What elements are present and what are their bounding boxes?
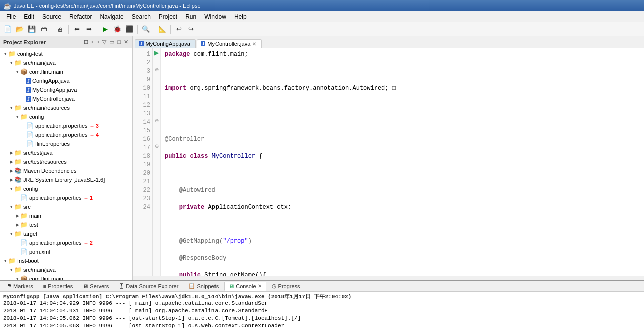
tab-MyController[interactable]: J MyController.java ✕: [197, 39, 262, 48]
tree-app-prop-config2[interactable]: 📄 application.properties ← 4: [0, 130, 132, 139]
tree-com-flint-main2[interactable]: ▾ 📦 com.flint.main: [0, 274, 132, 280]
label-markers: Markers: [13, 283, 33, 289]
menu-run[interactable]: Run: [181, 12, 200, 21]
menu-project[interactable]: Project: [155, 12, 181, 21]
icon-servers: 🖥: [83, 283, 88, 289]
tree-test[interactable]: ▶ 📁 test: [0, 220, 132, 229]
gutter-collapse-14[interactable]: ⊖: [153, 116, 160, 125]
icon-src-main-resources: 📁: [14, 104, 22, 111]
tree-app-prop-target[interactable]: 📄 application.properties ← 2: [0, 238, 132, 247]
menu-refactor[interactable]: Refactor: [65, 12, 96, 21]
gutter-breakpoint-1[interactable]: ▶: [153, 48, 160, 57]
tree-config-test[interactable]: ▾ 📁 config-test: [0, 49, 132, 58]
tab-progress[interactable]: ◷ Progress: [267, 281, 305, 291]
menu-edit[interactable]: Edit: [20, 12, 38, 21]
icon-markers: ⚑: [7, 283, 12, 289]
editor-tabs: J MyConfigApp.java J MyController.java ✕: [133, 36, 644, 48]
label-src-main-resources: src/main/resources: [23, 105, 70, 111]
arrow-target: ▾: [8, 231, 14, 236]
tab-close-MyController[interactable]: ✕: [252, 41, 256, 47]
toolbar-stop[interactable]: ⬛: [124, 24, 135, 35]
gutter-expand-3[interactable]: ⊕: [153, 65, 160, 74]
tab-markers[interactable]: ⚑ Markers: [2, 281, 38, 291]
editor-scrollbar[interactable]: [133, 276, 644, 280]
gutter-10: [153, 82, 160, 91]
tree-flint-prop[interactable]: 📄 flint.properties: [0, 139, 132, 148]
tree-app-prop-config[interactable]: 📄 application.properties ← 3: [0, 121, 132, 130]
tab-properties[interactable]: ≡ Properties: [39, 282, 78, 291]
gutter-21: [153, 176, 160, 184]
toolbar-prev[interactable]: ⬅: [71, 24, 82, 35]
code-area[interactable]: package com.flint.main; import org.sprin…: [161, 48, 644, 276]
explorer-minimize[interactable]: ▭: [108, 39, 115, 45]
icon-flint-prop: 📄: [26, 140, 34, 147]
tree-src[interactable]: ▾ 📁 src: [0, 202, 132, 211]
menu-search[interactable]: Search: [128, 12, 155, 21]
tree-app-prop-root[interactable]: 📄 application.properties ← 1: [0, 193, 132, 202]
arrow-jre-lib: ▶: [8, 177, 14, 182]
gutter-13: [153, 108, 160, 116]
menu-navigate[interactable]: Navigate: [96, 12, 127, 21]
sep2: [68, 25, 69, 34]
tree-MyController[interactable]: J MyController.java: [0, 94, 132, 103]
label-properties: Properties: [48, 283, 73, 289]
toolbar-save[interactable]: 💾: [26, 24, 37, 35]
toolbar-print[interactable]: 🖨: [55, 24, 66, 35]
label-com-flint-main2: com.flint.main: [29, 276, 63, 280]
tree-com-flint-main[interactable]: ▾ 📦 com.flint.main: [0, 67, 132, 76]
tree-src-main-java2[interactable]: ▾ 📁 src/main/java: [0, 265, 132, 274]
menu-window[interactable]: Window: [200, 12, 230, 21]
tree-src-main-java[interactable]: ▾ 📁 src/main/java: [0, 58, 132, 67]
tree-src-test-resources[interactable]: ▶ 📁 src/test/resources: [0, 157, 132, 166]
tree-frist-boot[interactable]: ▾ 📁 frist-boot: [0, 256, 132, 265]
label-config: config: [23, 186, 38, 192]
explorer-maximize[interactable]: □: [116, 39, 122, 45]
app-icon: ☕: [3, 2, 11, 10]
gutter-collapse-17[interactable]: ⊖: [153, 142, 160, 150]
sep3: [97, 25, 97, 34]
tree-ConfigApp[interactable]: J ConfigApp.java: [0, 76, 132, 85]
tree-config-folder[interactable]: ▾ 📁 config: [0, 112, 132, 121]
label-target: target: [23, 231, 37, 237]
tree-main[interactable]: ▶ 📁 main: [0, 211, 132, 220]
label-app-prop-root: application.properties: [29, 195, 82, 201]
toolbar-new[interactable]: 📄: [2, 24, 13, 35]
tree-src-test-java[interactable]: ▶ 📁 src/test/java: [0, 148, 132, 157]
tree-pom[interactable]: 📄 pom.xml: [0, 247, 132, 256]
tree-target[interactable]: ▾ 📁 target: [0, 229, 132, 238]
toolbar-open[interactable]: 📂: [14, 24, 25, 35]
label-src-test-java: src/test/java: [23, 150, 53, 156]
tab-label-MyConfigApp: MyConfigApp.java: [146, 41, 190, 47]
explorer-menu-btn[interactable]: ▽: [101, 39, 107, 45]
toolbar-perspective[interactable]: 📐: [157, 24, 168, 35]
tree-maven-deps[interactable]: ▶ 📚 Maven Dependencies: [0, 166, 132, 175]
tab-snippets[interactable]: 📋 Snippets: [184, 281, 223, 291]
tree-src-main-resources[interactable]: ▾ 📁 src/main/resources: [0, 103, 132, 112]
tab-console[interactable]: 🖥 Console ✕: [224, 282, 266, 291]
menu-source[interactable]: Source: [38, 12, 65, 21]
toolbar-debug[interactable]: 🐞: [112, 24, 123, 35]
tab-datasource[interactable]: 🗄 Data Source Explorer: [114, 282, 183, 291]
explorer-close[interactable]: ✕: [123, 39, 129, 45]
icon-config-test: 📁: [8, 50, 16, 57]
label-config-test: config-test: [17, 51, 43, 57]
toolbar-undo[interactable]: ↩: [173, 24, 184, 35]
tree-MyConfigApp[interactable]: J MyConfigApp.java: [0, 85, 132, 94]
tab-servers[interactable]: 🖥 Servers: [78, 282, 113, 291]
gutter-19: [153, 159, 160, 167]
tab-icon-MyConfigApp: J: [139, 41, 144, 46]
tab-close-console[interactable]: ✕: [258, 283, 262, 289]
explorer-collapse-all[interactable]: ⊟: [83, 39, 89, 45]
toolbar-save-all[interactable]: 🗃: [38, 24, 49, 35]
toolbar-redo[interactable]: ↪: [185, 24, 196, 35]
toolbar-search[interactable]: 🔍: [140, 24, 151, 35]
toolbar-next[interactable]: ➡: [83, 24, 94, 35]
tab-MyConfigApp[interactable]: J MyConfigApp.java: [135, 39, 196, 48]
menu-file[interactable]: File: [2, 12, 20, 21]
explorer-link-editor[interactable]: ⟷: [90, 39, 100, 45]
tree-jre-lib[interactable]: ▶ 📚 JRE System Library [JavaSE-1.6]: [0, 175, 132, 184]
tree-config[interactable]: ▾ 📁 config: [0, 184, 132, 193]
explorer-header: Project Explorer ⊟ ⟷ ▽ ▭ □ ✕: [0, 36, 132, 48]
menu-help[interactable]: Help: [230, 12, 251, 21]
toolbar-run[interactable]: ▶: [100, 24, 111, 35]
